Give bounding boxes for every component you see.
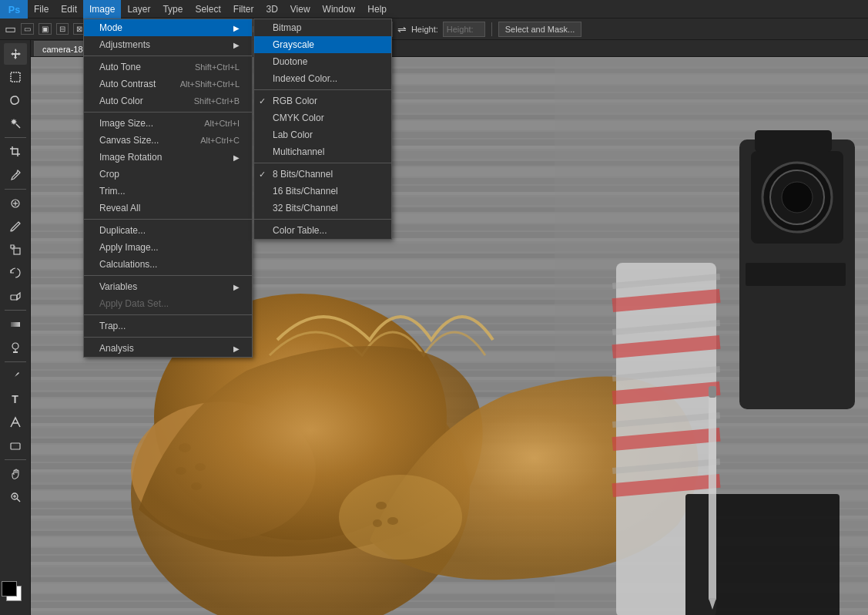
menu-item-auto-contrast[interactable]: Auto Contrast Alt+Shift+Ctrl+L	[84, 76, 252, 92]
mode-item-grayscale[interactable]: Grayscale	[254, 36, 391, 53]
tool-history-brush[interactable]	[4, 262, 27, 284]
new-selection-icon[interactable]: ▭	[21, 23, 34, 35]
menu-separator-2	[84, 112, 252, 113]
menu-window[interactable]: Window	[317, 0, 362, 18]
svg-rect-58	[709, 386, 716, 602]
arrow-icon-rotation: ▶	[233, 153, 240, 162]
height-input[interactable]	[443, 22, 485, 37]
menu-separator-5	[84, 314, 252, 315]
menu-filter[interactable]: Filter	[227, 0, 260, 18]
menu-item-duplicate[interactable]: Duplicate...	[84, 222, 252, 239]
menu-item-mode[interactable]: Mode ▶	[84, 19, 252, 36]
svg-point-10	[12, 343, 18, 349]
tool-zoom[interactable]	[4, 486, 27, 508]
svg-text:Ps: Ps	[8, 4, 20, 15]
tool-hand[interactable]	[4, 463, 27, 485]
arrow-icon-variables: ▶	[233, 283, 240, 291]
menu-help[interactable]: Help	[361, 0, 393, 18]
menu-item-crop[interactable]: Crop	[84, 166, 252, 183]
svg-point-36	[387, 517, 398, 525]
color-swatch-area	[2, 581, 29, 607]
menu-item-adjustments[interactable]: Adjustments ▶	[84, 36, 252, 53]
svg-point-53	[782, 182, 813, 213]
menu-item-image-rotation[interactable]: Image Rotation ▶	[84, 149, 252, 166]
svg-point-35	[376, 502, 387, 509]
image-menu: Mode ▶ Adjustments ▶ Auto Tone Shift+Ctr…	[83, 18, 253, 358]
tool-text[interactable]: T	[4, 388, 27, 410]
menu-item-variables[interactable]: Variables ▶	[84, 278, 252, 295]
menu-edit[interactable]: Edit	[55, 0, 83, 18]
mode-item-duotone[interactable]: Duotone	[254, 53, 391, 70]
tool-marquee-rect[interactable]	[4, 66, 27, 88]
menu-item-image-size[interactable]: Image Size... Alt+Ctrl+I	[84, 115, 252, 132]
tool-eraser[interactable]	[4, 285, 27, 307]
mode-item-bitmap[interactable]: Bitmap	[254, 19, 391, 36]
tool-brush[interactable]	[4, 216, 27, 237]
mode-item-32bit[interactable]: 32 Bits/Channel	[254, 200, 391, 217]
menu-item-apply-image[interactable]: Apply Image...	[84, 239, 252, 256]
mode-item-lab[interactable]: Lab Color	[254, 126, 391, 143]
mode-item-16bit[interactable]: 16 Bits/Channel	[254, 183, 391, 200]
menu-image[interactable]: Image	[83, 0, 121, 18]
arrow-icon-analysis: ▶	[233, 344, 240, 353]
tool-clone-stamp[interactable]	[4, 239, 27, 260]
menu-separator	[84, 55, 252, 56]
tool-separator-1	[5, 137, 26, 138]
menu-view[interactable]: View	[284, 0, 317, 18]
svg-point-34	[339, 475, 462, 560]
mode-item-indexed-color[interactable]: Indexed Color...	[254, 70, 391, 87]
mode-item-rgb[interactable]: RGB Color	[254, 92, 391, 109]
select-tool-icon: ▭	[5, 22, 16, 36]
menu-select[interactable]: Select	[189, 0, 226, 18]
arrow-icon: ▶	[233, 24, 240, 32]
tool-dodge[interactable]	[4, 337, 27, 358]
tool-path-selection[interactable]	[4, 412, 27, 433]
swap-dimensions-icon[interactable]: ⇌	[397, 23, 407, 35]
svg-rect-57	[688, 496, 694, 615]
menu-file[interactable]: File	[28, 0, 55, 18]
svg-rect-1	[11, 72, 20, 82]
menu-item-canvas-size[interactable]: Canvas Size... Alt+Ctrl+C	[84, 132, 252, 149]
menu-separator-3	[84, 219, 252, 220]
svg-rect-13	[11, 443, 20, 449]
tool-move[interactable]	[4, 43, 27, 65]
tool-separator-2	[5, 189, 26, 190]
menu-item-trap[interactable]: Trap...	[84, 318, 252, 334]
subtract-selection-icon[interactable]: ⊟	[56, 23, 69, 35]
tool-shape[interactable]	[4, 435, 27, 456]
menu-layer[interactable]: Layer	[121, 0, 156, 18]
tool-gradient[interactable]	[4, 314, 27, 335]
app-logo: Ps	[0, 0, 28, 18]
tool-magic-wand[interactable]	[4, 113, 27, 134]
tools-panel: T	[0, 40, 31, 615]
mode-item-color-table[interactable]: Color Table...	[254, 222, 391, 239]
menu-item-auto-color[interactable]: Auto Color Shift+Ctrl+B	[84, 92, 252, 109]
menu-item-calculations[interactable]: Calculations...	[84, 256, 252, 273]
menu-item-auto-tone[interactable]: Auto Tone Shift+Ctrl+L	[84, 59, 252, 76]
menu-type[interactable]: Type	[156, 0, 189, 18]
tool-separator-3	[5, 310, 26, 311]
mode-separator-1	[254, 89, 391, 90]
tool-lasso[interactable]	[4, 89, 27, 111]
menu-item-trim[interactable]: Trim...	[84, 183, 252, 200]
svg-rect-54	[755, 130, 832, 152]
mode-separator-3	[254, 219, 391, 220]
svg-line-2	[16, 124, 20, 128]
menu-item-analysis[interactable]: Analysis ▶	[84, 340, 252, 357]
svg-rect-9	[11, 322, 20, 327]
svg-point-37	[373, 519, 382, 527]
tool-crop[interactable]	[4, 141, 27, 163]
tool-eyedropper[interactable]	[4, 164, 27, 186]
menu-3d[interactable]: 3D	[260, 0, 283, 18]
mode-item-multichannel[interactable]: Multichannel	[254, 143, 391, 160]
foreground-color-swatch[interactable]	[2, 581, 17, 597]
tool-pen[interactable]	[4, 365, 27, 387]
menubar: Ps File Edit Image Layer Type Select Fil…	[0, 0, 868, 18]
svg-rect-60	[709, 386, 716, 398]
mode-item-cmyk[interactable]: CMYK Color	[254, 109, 391, 126]
select-and-mask-button[interactable]: Select and Mask...	[498, 22, 582, 37]
tool-healing[interactable]	[4, 193, 27, 214]
mode-item-8bit[interactable]: 8 Bits/Channel	[254, 166, 391, 183]
menu-item-reveal-all[interactable]: Reveal All	[84, 200, 252, 217]
add-selection-icon[interactable]: ▣	[39, 23, 52, 35]
